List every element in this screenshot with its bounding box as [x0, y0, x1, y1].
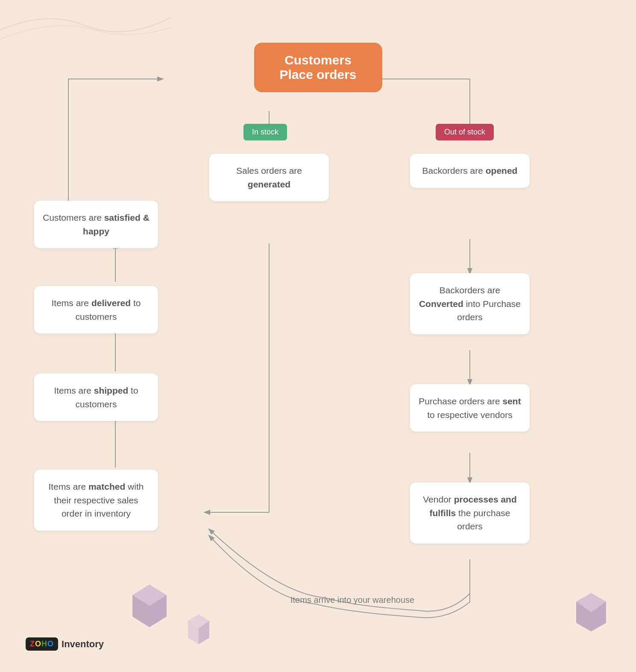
box-purchase-orders-sent: Purchase orders are sent to respective v… — [410, 384, 530, 432]
badge-outofstock: Out of stock — [436, 124, 494, 140]
box-backorders-opened: Backorders are opened — [410, 154, 530, 188]
deco-shape-bottom-mid — [184, 612, 214, 651]
label-items-arrive: Items arrive into your warehouse — [290, 593, 414, 606]
logo-area: ZOHO Inventory — [26, 637, 104, 651]
badge-instock: In stock — [243, 124, 287, 140]
box-backorders-converted: Backorders are Converted into Purchase o… — [410, 273, 530, 334]
box-shipped: Items are shipped to customers — [34, 374, 158, 421]
top-node: Customers Place orders — [254, 43, 382, 92]
box-satisfied: Customers are satisfied & happy — [34, 201, 158, 248]
deco-shape-left — [128, 582, 171, 634]
zoho-logo-badge: ZOHO — [26, 637, 58, 651]
box-vendor-processes: Vendor processes and fulfills the purcha… — [410, 482, 530, 543]
box-delivered: Items are delivered to customers — [34, 286, 158, 333]
logo-product-name: Inventory — [62, 639, 104, 650]
box-matched: Items are matched with their respective … — [34, 470, 158, 531]
box-sales-orders: Sales orders are generated — [209, 154, 329, 201]
deco-shape-right — [572, 591, 610, 638]
